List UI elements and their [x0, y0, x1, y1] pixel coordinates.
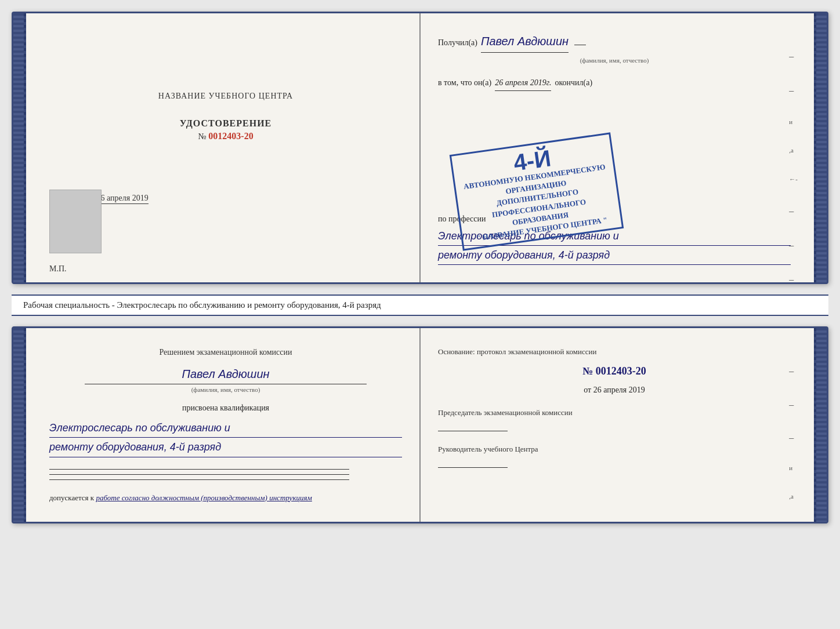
osnov-label: Основание: протокол экзаменационной коми…: [438, 346, 791, 358]
qualification-line-1: Электрослесарь по обслуживанию и: [49, 419, 402, 438]
vydano-date: 26 апреля 2019: [97, 194, 149, 204]
dopuskaetsya-label: допускается к: [49, 493, 94, 502]
okonchil-label: окончил(а): [555, 75, 592, 90]
number-value: 0012403-20: [208, 131, 253, 141]
dash-b1: –: [789, 363, 798, 379]
ot-date: 26 апреля 2019: [593, 386, 645, 394]
poluchil-label: Получил(а): [438, 35, 477, 50]
dash-5: –: [789, 271, 798, 285]
poluchil-line: Получил(а) Павел Авдюшин: [438, 31, 791, 53]
vtom-block: в том, что он(а) 26 апреля 2019г. окончи…: [438, 75, 791, 91]
dash-decor: [574, 45, 586, 45]
prisvoena-label: присвоена квалификация: [49, 401, 402, 415]
dash-b2: –: [789, 397, 798, 412]
center-title: НАЗВАНИЕ УЧЕБНОГО ЦЕНТРА: [158, 92, 293, 101]
bottom-name-hint: (фамилия, имя, отчество): [85, 384, 367, 395]
dopuskaetsya-text: работе согласно должностным (производств…: [96, 493, 312, 502]
vtom-label: в том, что он(а): [438, 75, 491, 90]
predsedatel-label: Председатель экзаменационной комиссии: [438, 406, 791, 419]
ot-date-line: от 26 апреля 2019: [438, 383, 791, 397]
name-hint: (фамилия, имя, отчество): [438, 55, 791, 67]
spine-left-bottom: [13, 328, 26, 521]
vtom-date: 26 апреля 2019г.: [495, 75, 551, 91]
predsedatel-block: Председатель экзаменационной комиссии: [438, 406, 791, 431]
ot-prefix: от: [584, 386, 591, 394]
top-doc-right: Получил(а) Павел Авдюшин (фамилия, имя, …: [419, 13, 814, 282]
profession-line-2: ремонту оборудования, 4-й разряд: [438, 246, 791, 265]
predsedatel-sig-line: [438, 431, 508, 431]
bottom-doc-inner: Решением экзаменационной комиссии Павел …: [26, 328, 814, 521]
bottom-recipient-name: Павел Авдюшин: [85, 364, 367, 384]
sig-line-2: [49, 474, 349, 475]
dash-2: –: [789, 82, 798, 99]
number-prefix: №: [198, 132, 206, 141]
letter-ba: ,а: [789, 491, 798, 502]
bottom-doc-right: Основание: протокол экзаменационной коми…: [419, 328, 814, 521]
number-line: № 0012403-20: [180, 131, 272, 141]
osnov-number-prefix: №: [582, 365, 593, 377]
photo-placeholder: [49, 190, 102, 253]
rukovoditel-label: Руководитель учебного Центра: [438, 443, 791, 456]
dopuskaetsya-block: допускается к работе согласно должностны…: [49, 492, 402, 504]
top-doc-left: НАЗВАНИЕ УЧЕБНОГО ЦЕНТРА УДОСТОВЕРЕНИЕ №…: [26, 13, 419, 282]
spine-right: [814, 13, 827, 282]
osnov-number-value: 0012403-20: [596, 365, 646, 377]
rukovoditel-block: Руководитель учебного Центра: [438, 443, 791, 468]
vtom-line: в том, что он(а) 26 апреля 2019г. окончи…: [438, 75, 791, 91]
udostoverenie-block: УДОСТОВЕРЕНИЕ № 0012403-20: [180, 118, 272, 141]
top-document: НАЗВАНИЕ УЧЕБНОГО ЦЕНТРА УДОСТОВЕРЕНИЕ №…: [12, 12, 828, 284]
top-doc-inner: НАЗВАНИЕ УЧЕБНОГО ЦЕНТРА УДОСТОВЕРЕНИЕ №…: [26, 13, 814, 282]
dash-4: –: [789, 237, 798, 254]
recipient-name: Павел Авдюшин: [481, 31, 569, 53]
dash-3: –: [789, 203, 798, 220]
letter-bleft: ←-: [789, 519, 798, 523]
bottom-doc-left: Решением экзаменационной комиссии Павел …: [26, 328, 419, 521]
vydano-line: Выдано 26 апреля 2019: [67, 194, 402, 204]
letter-a: ,а: [789, 145, 798, 157]
mp-label: М.П.: [49, 264, 67, 274]
letter-left: ←-: [789, 174, 798, 186]
middle-text: Рабочая специальность - Электрослесарь п…: [12, 294, 828, 316]
osnov-number: № 0012403-20: [438, 362, 791, 380]
qualification-line-2: ремонту оборудования, 4-й разряд: [49, 438, 402, 457]
dash-b3: –: [789, 430, 798, 445]
sig-line-1: [49, 469, 349, 470]
resheniem-title: Решением экзаменационной комиссии: [49, 346, 402, 359]
bottom-document: Решением экзаменационной комиссии Павел …: [12, 326, 828, 523]
spine-left: [13, 13, 26, 282]
dash-1: –: [789, 48, 798, 65]
letter-bi: и: [789, 463, 798, 474]
rukovoditel-sig-line: [438, 467, 508, 468]
sig-line-3: [49, 479, 349, 480]
osnovaniye-block: Основание: протокол экзаменационной коми…: [438, 346, 791, 397]
page-wrapper: НАЗВАНИЕ УЧЕБНОГО ЦЕНТРА УДОСТОВЕРЕНИЕ №…: [12, 12, 828, 523]
letter-i: и: [789, 117, 798, 128]
spine-right-bottom: [814, 328, 827, 521]
udostoverenie-label: УДОСТОВЕРЕНИЕ: [180, 118, 272, 129]
